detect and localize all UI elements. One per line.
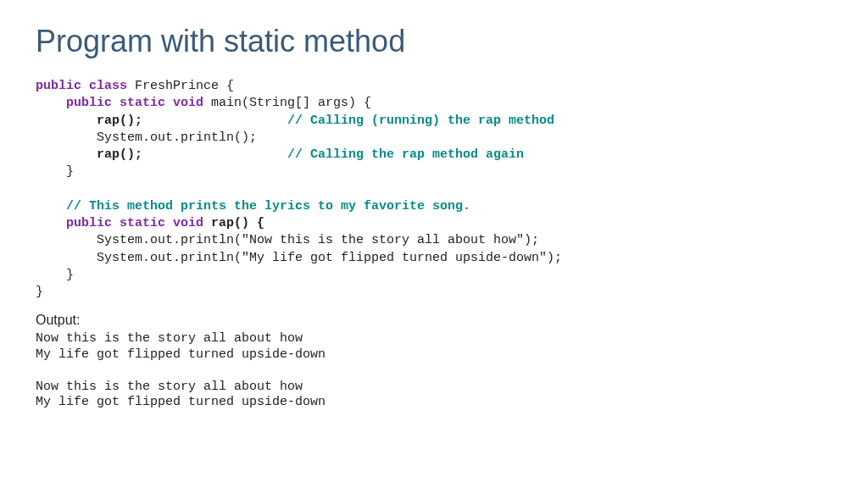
code-text: rap() { xyxy=(203,216,264,230)
code-text: FreshPrince { xyxy=(127,79,234,93)
comment: // Calling the rap method again xyxy=(142,147,524,162)
code-call: rap(); xyxy=(36,114,142,128)
code-text: System.out.println(); xyxy=(36,130,257,145)
keyword: public static void xyxy=(36,216,203,230)
code-text: System.out.println("My life got flipped … xyxy=(36,251,562,265)
code-call: rap(); xyxy=(36,147,142,162)
code-text: } xyxy=(36,285,43,299)
comment: // This method prints the lyrics to my f… xyxy=(36,199,470,214)
code-text: main(String[] args) { xyxy=(203,96,371,110)
code-block: public class FreshPrince { public static… xyxy=(36,78,832,301)
keyword: public class xyxy=(36,79,127,93)
code-text: } xyxy=(36,164,74,179)
keyword: public static void xyxy=(36,96,203,110)
comment: // Calling (running) the rap method xyxy=(142,114,554,128)
slide-title: Program with static method xyxy=(36,24,832,59)
output-block: Now this is the story all about how My l… xyxy=(36,331,832,411)
code-text: } xyxy=(36,268,74,282)
output-label: Output: xyxy=(36,313,832,328)
code-text: System.out.println("Now this is the stor… xyxy=(36,233,539,247)
